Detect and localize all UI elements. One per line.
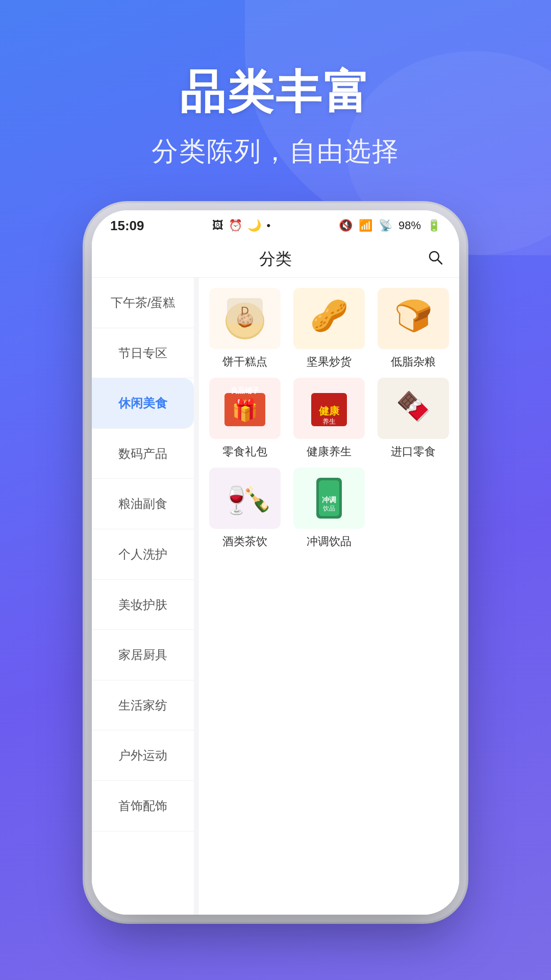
svg-text:养生: 养生 xyxy=(322,418,336,425)
svg-text:🍾: 🍾 xyxy=(242,485,272,513)
grid-item-nuts[interactable]: 🥜 坚果炒货 xyxy=(291,288,367,370)
svg-text:🍫: 🍫 xyxy=(395,390,431,423)
svg-text:🍞: 🍞 xyxy=(394,298,432,334)
gallery-icon: 🖼 xyxy=(212,219,223,232)
svg-line-1 xyxy=(438,260,442,264)
svg-text:🎁: 🎁 xyxy=(232,398,259,423)
product-label-drink: 冲调饮品 xyxy=(307,534,352,549)
status-bar: 15:09 🖼 ⏰ 🌙 • 🔇 📶 📡 98% 🔋 xyxy=(92,210,459,241)
signal-icon: 📡 xyxy=(379,219,392,232)
sidebar-item-personal[interactable]: 个人洗护 xyxy=(92,529,194,580)
status-time: 15:09 xyxy=(110,218,144,234)
dot-icon: • xyxy=(266,219,270,232)
mute-icon: 🔇 xyxy=(339,219,353,232)
product-image-drink: 冲调 饮品 xyxy=(293,468,365,529)
product-image-gift: 良品铺子 🎁 xyxy=(209,378,281,439)
grid-item-drink[interactable]: 冲调 饮品 冲调饮品 xyxy=(291,468,367,549)
sidebar-item-kitchen[interactable]: 家居厨具 xyxy=(92,630,194,680)
sidebar-item-textile[interactable]: 生活家纺 xyxy=(92,680,194,731)
svg-text:饮品: 饮品 xyxy=(322,505,335,512)
header-title: 品类丰富 xyxy=(0,61,551,124)
phone-screen: 15:09 🖼 ⏰ 🌙 • 🔇 📶 📡 98% 🔋 分类 xyxy=(92,210,459,915)
status-right-icons: 🔇 📶 📡 98% 🔋 xyxy=(339,219,441,232)
sidebar-item-jewelry[interactable]: 首饰配饰 xyxy=(92,781,194,831)
product-image-nuts: 🥜 xyxy=(293,288,365,349)
product-image-wine: 🍷 🍾 xyxy=(209,468,281,529)
svg-text:冲调: 冲调 xyxy=(322,496,336,504)
header-section: 品类丰富 分类陈列，自由选择 xyxy=(0,0,551,169)
product-label-bread: 低脂杂粮 xyxy=(391,354,436,370)
wifi-icon: 📶 xyxy=(359,219,372,232)
product-grid: 🍪 D 饼干糕点 🥜 xyxy=(207,288,451,549)
product-label-health: 健康养生 xyxy=(307,444,352,459)
svg-text:良品铺子: 良品铺子 xyxy=(231,386,259,395)
moon-icon: 🌙 xyxy=(247,219,261,232)
grid-item-health[interactable]: 健康 养生 健康养生 xyxy=(291,378,367,459)
sidebar-item-digital[interactable]: 数码产品 xyxy=(92,429,194,479)
header-subtitle: 分类陈列，自由选择 xyxy=(0,134,551,169)
grid-item-import[interactable]: 🍫 进口零食 xyxy=(375,378,451,459)
product-label-nuts: 坚果炒货 xyxy=(307,354,352,370)
product-image-bread: 🍞 xyxy=(378,288,449,349)
battery-icon: 🔋 xyxy=(427,219,441,232)
phone-mockup: 15:09 🖼 ⏰ 🌙 • 🔇 📶 📡 98% 🔋 分类 xyxy=(0,210,551,915)
nav-title: 分类 xyxy=(259,248,292,271)
svg-text:D: D xyxy=(241,304,249,317)
svg-text:健康: 健康 xyxy=(318,405,340,416)
product-image-cookies: 🍪 D xyxy=(209,288,281,349)
product-label-wine: 酒类茶饮 xyxy=(222,534,267,549)
svg-text:🥜: 🥜 xyxy=(310,298,348,334)
grid-item-gift[interactable]: 良品铺子 🎁 零食礼包 xyxy=(207,378,283,459)
grid-item-wine[interactable]: 🍷 🍾 酒类茶饮 xyxy=(207,468,283,549)
product-image-import: 🍫 xyxy=(378,378,449,439)
status-center-icons: 🖼 ⏰ 🌙 • xyxy=(212,219,270,232)
product-grid-area: 🍪 D 饼干糕点 🥜 xyxy=(199,278,459,915)
category-sidebar: 下午茶/蛋糕 节日专区 休闲美食 数码产品 粮油副食 个人洗护 美妆护肤 家居厨… xyxy=(92,278,194,915)
product-label-cookies: 饼干糕点 xyxy=(222,354,267,370)
product-image-health: 健康 养生 xyxy=(293,378,365,439)
battery-text: 98% xyxy=(398,219,421,232)
grid-item-bread[interactable]: 🍞 低脂杂粮 xyxy=(375,288,451,370)
product-label-gift: 零食礼包 xyxy=(222,444,267,459)
search-icon[interactable] xyxy=(427,249,444,270)
sidebar-item-snack[interactable]: 休闲美食 xyxy=(92,378,194,429)
clock-icon: ⏰ xyxy=(229,219,242,232)
grid-item-cookies[interactable]: 🍪 D 饼干糕点 xyxy=(207,288,283,370)
sidebar-item-outdoor[interactable]: 户外运动 xyxy=(92,730,194,781)
sidebar-item-holiday[interactable]: 节日专区 xyxy=(92,328,194,379)
sidebar-item-afternoon-tea[interactable]: 下午茶/蛋糕 xyxy=(92,278,194,328)
sidebar-item-grain[interactable]: 粮油副食 xyxy=(92,479,194,529)
content-area: 下午茶/蛋糕 节日专区 休闲美食 数码产品 粮油副食 个人洗护 美妆护肤 家居厨… xyxy=(92,278,459,915)
product-label-import: 进口零食 xyxy=(391,444,436,459)
nav-bar: 分类 xyxy=(92,241,459,278)
sidebar-item-beauty[interactable]: 美妆护肤 xyxy=(92,580,194,630)
